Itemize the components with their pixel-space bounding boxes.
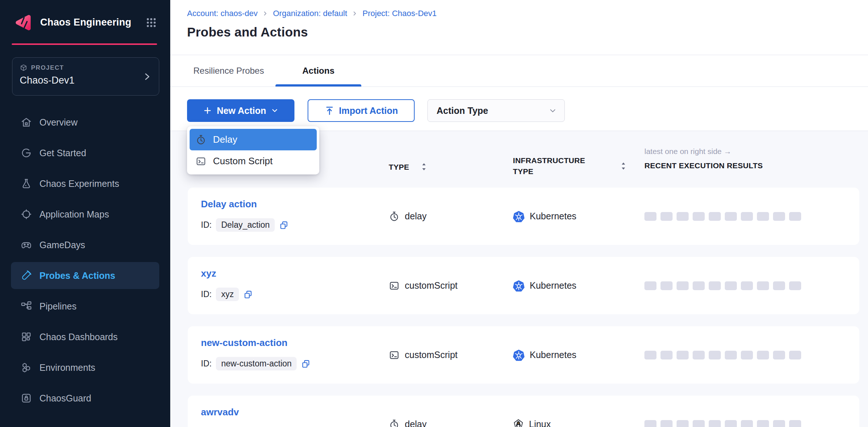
execution-result-pill: [660, 420, 673, 427]
execution-result-pill: [644, 420, 656, 427]
execution-result-pill: [789, 212, 801, 221]
execution-result-pill: [725, 212, 737, 221]
execution-result-pill: [709, 212, 721, 221]
copy-icon[interactable]: [279, 220, 289, 230]
actions-table: TYPE INFRASTRUCTURE TYPE latest one on r…: [170, 131, 868, 427]
new-action-label: New Action: [217, 105, 266, 116]
tab-resilience-probes[interactable]: Resilience Probes: [189, 55, 268, 86]
sidebar-item-application-maps[interactable]: Application Maps: [11, 201, 159, 228]
execution-result-pill: [741, 281, 753, 290]
action-name-link[interactable]: new-custom-action: [201, 337, 288, 349]
recent-execution-results: [644, 257, 801, 314]
execution-result-pill: [741, 351, 753, 359]
execution-result-pill: [660, 281, 673, 290]
execution-result-pill: [725, 351, 737, 359]
project-label: PROJECT: [31, 64, 64, 72]
terminal-icon: [389, 280, 400, 291]
kubernetes-icon: [513, 280, 525, 292]
id-chip: Delay_action: [216, 218, 275, 232]
new-action-button[interactable]: New Action: [187, 99, 294, 122]
menu-item-custom-script[interactable]: Custom Script: [190, 150, 317, 172]
sidebar-item-gamedays[interactable]: GameDays: [11, 231, 159, 258]
sidebar-item-overview[interactable]: Overview: [11, 109, 159, 136]
test-tube-icon: [20, 270, 32, 281]
app-title: Chaos Engineering: [40, 17, 131, 28]
get-started-icon: [20, 147, 32, 159]
sidebar-item-chaos-dashboards[interactable]: Chaos Dashboards: [11, 323, 159, 350]
sidebar: Chaos Engineering PROJECT Chaos-Dev1 Ove…: [0, 0, 170, 427]
execution-result-pill: [757, 351, 769, 359]
column-header-type[interactable]: TYPE: [389, 162, 409, 172]
menu-item-label: Custom Script: [213, 155, 273, 167]
action-name-link[interactable]: xyz: [201, 268, 216, 279]
crosshair-icon: [20, 208, 32, 220]
execution-result-pill: [660, 351, 673, 359]
type-value: customScript: [405, 350, 457, 360]
breadcrumb-organization-link[interactable]: Organization: default: [273, 9, 347, 18]
type-value: delay: [405, 419, 427, 427]
action-name-link[interactable]: awrvadv: [201, 407, 239, 418]
execution-result-pill: [757, 420, 769, 427]
execution-result-pill: [693, 420, 705, 427]
sidebar-item-label: GameDays: [39, 240, 85, 250]
sidebar-item-pipelines[interactable]: Pipelines: [11, 293, 159, 320]
infrastructure-value: Kubernetes: [530, 350, 576, 360]
execution-result-pill: [741, 212, 753, 221]
type-cell: delay: [389, 188, 427, 245]
copy-icon[interactable]: [301, 359, 311, 369]
chaos-engineering-logo-icon: [13, 13, 32, 32]
recent-results-hint: latest one on right side →: [644, 147, 731, 156]
id-label: ID:: [201, 220, 212, 230]
sidebar-item-get-started[interactable]: Get Started: [11, 139, 159, 166]
execution-result-pill: [773, 420, 785, 427]
stopwatch-icon: [389, 211, 400, 222]
execution-result-pill: [693, 281, 705, 290]
sidebar-item-chaos-experiments[interactable]: Chaos Experiments: [11, 170, 159, 197]
execution-result-pill: [677, 281, 689, 290]
type-cell: delay: [389, 396, 427, 427]
sidebar-item-probes-actions[interactable]: Probes & Actions: [11, 262, 159, 289]
project-selector[interactable]: PROJECT Chaos-Dev1: [12, 57, 159, 96]
execution-result-pill: [789, 420, 801, 427]
type-value: delay: [405, 211, 427, 222]
kubernetes-icon: [513, 349, 525, 361]
recent-execution-results: [644, 188, 801, 245]
execution-result-pill: [773, 212, 785, 221]
infrastructure-cell: Kubernetes: [513, 257, 576, 314]
copy-icon[interactable]: [243, 290, 253, 299]
column-header-infrastructure-type[interactable]: INFRASTRUCTURE TYPE: [513, 155, 608, 177]
tab-actions[interactable]: Actions: [275, 55, 361, 86]
table-row: Delay action ID: Delay_action delay Kube…: [188, 188, 859, 245]
sidebar-item-label: Get Started: [39, 148, 86, 158]
breadcrumb-account-link[interactable]: Account: chaos-dev: [187, 9, 258, 18]
column-header-recent-execution-results: RECENT EXECUTION RESULTS: [644, 161, 763, 170]
execution-result-pill: [693, 351, 705, 359]
action-type-filter[interactable]: Action Type: [427, 99, 565, 122]
action-name-link[interactable]: Delay action: [201, 199, 257, 210]
sidebar-item-label: ChaosGuard: [39, 393, 91, 404]
sidebar-item-chaosguard[interactable]: ChaosGuard: [11, 385, 159, 412]
main-content: Account: chaos-dev Organization: default…: [170, 0, 868, 427]
stopwatch-icon: [195, 134, 206, 145]
sort-icon[interactable]: [621, 162, 626, 170]
sidebar-item-label: Chaos Dashboards: [39, 332, 118, 342]
sort-icon[interactable]: [422, 162, 426, 171]
chevron-right-icon: [351, 10, 358, 17]
execution-result-pill: [644, 212, 656, 221]
id-chip: xyz: [216, 288, 239, 301]
sidebar-item-environments[interactable]: Environments: [11, 354, 159, 381]
id-label: ID:: [201, 359, 212, 369]
module-grid-icon[interactable]: [145, 17, 157, 28]
sidebar-header: Chaos Engineering: [0, 0, 170, 45]
type-cell: customScript: [389, 257, 457, 314]
accent-divider: [12, 43, 157, 45]
breadcrumb-project-link[interactable]: Project: Chaos-Dev1: [362, 9, 437, 18]
import-action-button[interactable]: Import Action: [308, 99, 415, 122]
infrastructure-value: Linux: [529, 419, 551, 427]
pipeline-icon: [20, 300, 32, 312]
breadcrumb: Account: chaos-dev Organization: default…: [187, 9, 437, 18]
menu-item-delay[interactable]: Delay: [190, 129, 317, 150]
upload-icon: [324, 105, 335, 116]
execution-result-pill: [789, 351, 801, 359]
execution-result-pill: [677, 212, 689, 221]
